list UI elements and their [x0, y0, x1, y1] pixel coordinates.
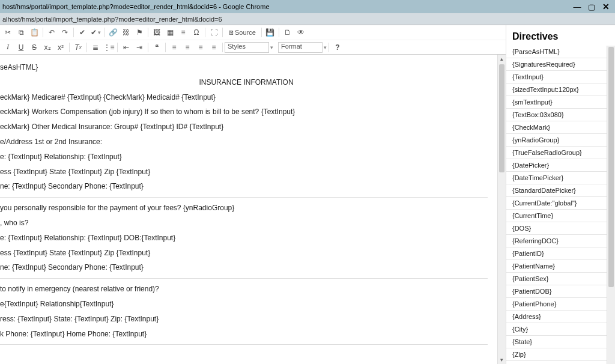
superscript-icon[interactable]: x²: [55, 42, 66, 53]
directive-item[interactable]: {DateTimePicker}: [506, 172, 615, 184]
newpage-icon[interactable]: 🗋: [282, 27, 293, 38]
hr-icon[interactable]: ≡: [178, 27, 189, 38]
editor-scroll-area: seAsHTML}INSURANCE INFORMATIONeckMark} M…: [0, 55, 506, 364]
scroll-down-icon[interactable]: ▾: [498, 356, 506, 364]
directive-item[interactable]: {PatientSex}: [506, 273, 615, 285]
link-icon[interactable]: 🔗: [108, 27, 118, 38]
outdent-icon[interactable]: ⇤: [121, 42, 132, 53]
directive-item[interactable]: {PatientID}: [506, 247, 615, 260]
editor-line: eckMark} Workers Compensation (job injur…: [0, 105, 501, 119]
image-icon[interactable]: 🖼: [151, 27, 162, 38]
strike-icon[interactable]: S: [29, 42, 40, 53]
directive-item[interactable]: {Zip}: [506, 348, 615, 361]
browser-titlebar: host/hms/portal/import_template.php?mode…: [0, 0, 615, 13]
directives-scrollbar[interactable]: [607, 46, 615, 364]
editor-scrollbar[interactable]: ▴ ▾: [497, 55, 506, 364]
source-button[interactable]: 🗎 Source: [226, 27, 258, 38]
directive-item[interactable]: {ynRadioGroup}: [506, 134, 615, 147]
directive-item[interactable]: {TextInput}: [506, 71, 615, 83]
table-icon[interactable]: ▦: [165, 27, 175, 38]
scroll-thumb[interactable]: [499, 64, 504, 172]
blockquote-icon[interactable]: ❝: [151, 42, 162, 53]
directive-item[interactable]: {City}: [506, 323, 615, 336]
redo-icon[interactable]: ↷: [59, 27, 70, 38]
styles-label: Styles: [228, 43, 246, 50]
editor-column: ✂ ⧉ 📋 ↶ ↷ ✔ ✔▾ 🔗 ⛓ ⚑ 🖼 ▦ ≡ Ω ⛶: [0, 25, 506, 364]
directive-item[interactable]: {Address}: [506, 311, 615, 323]
unlink-icon[interactable]: ⛓: [121, 27, 132, 38]
directive-item[interactable]: {ParseAsHTML}: [506, 46, 615, 58]
directive-item[interactable]: {DOS}: [506, 222, 615, 235]
directive-item[interactable]: {CurrentDate:"global"}: [506, 197, 615, 210]
removeformat-icon[interactable]: Tx: [73, 42, 83, 53]
editor-hr: [0, 344, 488, 345]
directive-item[interactable]: {PatientSignature}: [506, 361, 615, 364]
directive-item[interactable]: {smTextInput}: [506, 96, 615, 109]
directive-item[interactable]: {State}: [506, 336, 615, 348]
italic-icon[interactable]: I: [2, 42, 13, 53]
editor-line: ress: {TextInput} State: {TextInput} Zip…: [0, 312, 501, 326]
editor-line: e: {TextInput} Relationship: {TextInput}: [0, 150, 501, 164]
directive-item[interactable]: {SignaturesRequired}: [506, 58, 615, 71]
editor-line: eckMark} Medicare# {TextInput} {CheckMar…: [0, 91, 501, 105]
directives-list: {ParseAsHTML}{SignaturesRequired}{TextIn…: [506, 46, 615, 364]
directive-item[interactable]: {PatientName}: [506, 260, 615, 273]
window-title: host/hms/portal/import_template.php?mode…: [2, 3, 569, 10]
save-icon[interactable]: 💾: [265, 27, 276, 38]
align-center-icon[interactable]: ≡: [182, 42, 193, 53]
toolbar-separator: [222, 43, 223, 52]
undo-icon[interactable]: ↶: [46, 27, 57, 38]
scroll-thumb[interactable]: [608, 47, 614, 287]
numberedlist-icon[interactable]: ≣: [90, 42, 101, 53]
format-select[interactable]: Format: [278, 42, 323, 53]
source-label: Source: [235, 29, 256, 36]
directive-item[interactable]: {sizedTextInput:120px}: [506, 83, 615, 96]
editor-body[interactable]: seAsHTML}INSURANCE INFORMATIONeckMark} M…: [0, 55, 506, 364]
toolbar-separator: [279, 28, 279, 37]
editor-toolbar: ✂ ⧉ 📋 ↶ ↷ ✔ ✔▾ 🔗 ⛓ ⚑ 🖼 ▦ ≡ Ω ⛶: [0, 25, 506, 55]
directive-item[interactable]: {DatePicker}: [506, 159, 615, 172]
underline-icon[interactable]: U: [16, 42, 26, 53]
cut-icon[interactable]: ✂: [2, 27, 13, 38]
styles-select[interactable]: Styles: [225, 42, 269, 53]
editor-line: ess {TextInput} State {TextInput} Zip {T…: [0, 165, 501, 179]
directive-item[interactable]: {PatientPhone}: [506, 298, 615, 311]
toolbar-separator: [43, 28, 43, 37]
bulletlist-icon[interactable]: ⋮≡: [103, 42, 114, 53]
preview-icon[interactable]: 👁: [295, 27, 306, 38]
specialchar-icon[interactable]: Ω: [191, 27, 202, 38]
paste-icon[interactable]: 📋: [29, 27, 40, 38]
browser-urlbar[interactable]: alhost/hms/portal/import_template.php?mo…: [0, 13, 615, 25]
directive-item[interactable]: {PatientDOB}: [506, 285, 615, 298]
editor-line: e: {TextInput} Relationship: {TextInput}…: [0, 231, 501, 245]
align-right-icon[interactable]: ≡: [195, 42, 206, 53]
window-maximize-button[interactable]: ▢: [585, 1, 598, 12]
subscript-icon[interactable]: x₂: [42, 42, 53, 53]
editor-line: ne: {TextInput} Secondary Phone: {TextIn…: [0, 180, 501, 193]
toolbar-separator: [86, 43, 87, 52]
directive-item[interactable]: {CheckMark}: [506, 121, 615, 134]
toolbar-separator: [165, 43, 166, 52]
spellcheck-dropdown-icon[interactable]: ✔▾: [90, 27, 101, 38]
directive-item[interactable]: {TrueFalseRadioGroup}: [506, 147, 615, 159]
directive-item[interactable]: {CurrentTime}: [506, 210, 615, 222]
directive-item[interactable]: {TextBox:03x080}: [506, 109, 615, 121]
app-main: ✂ ⧉ 📋 ↶ ↷ ✔ ✔▾ 🔗 ⛓ ⚑ 🖼 ▦ ≡ Ω ⛶: [0, 25, 615, 364]
scroll-up-icon[interactable]: ▴: [498, 55, 506, 63]
indent-icon[interactable]: ⇥: [134, 42, 145, 53]
window-close-button[interactable]: ✕: [599, 1, 613, 12]
help-icon[interactable]: ?: [332, 42, 343, 53]
align-justify-icon[interactable]: ≡: [208, 42, 219, 53]
toolbar-separator: [69, 43, 70, 52]
window-minimize-button[interactable]: —: [571, 1, 584, 12]
align-left-icon[interactable]: ≡: [169, 42, 180, 53]
directive-item[interactable]: {StandardDatePicker}: [506, 184, 615, 197]
maximize-icon[interactable]: ⛶: [208, 27, 219, 38]
format-label: Format: [281, 43, 302, 50]
copy-icon[interactable]: ⧉: [16, 27, 26, 38]
toolbar-separator: [73, 28, 74, 37]
directive-item[interactable]: {ReferringDOC}: [506, 235, 615, 247]
flag-icon[interactable]: ⚑: [134, 27, 145, 38]
spellcheck-icon[interactable]: ✔: [77, 27, 88, 38]
editor-line: ne: {TextInput} Secondary Phone: {TextIn…: [0, 261, 501, 275]
